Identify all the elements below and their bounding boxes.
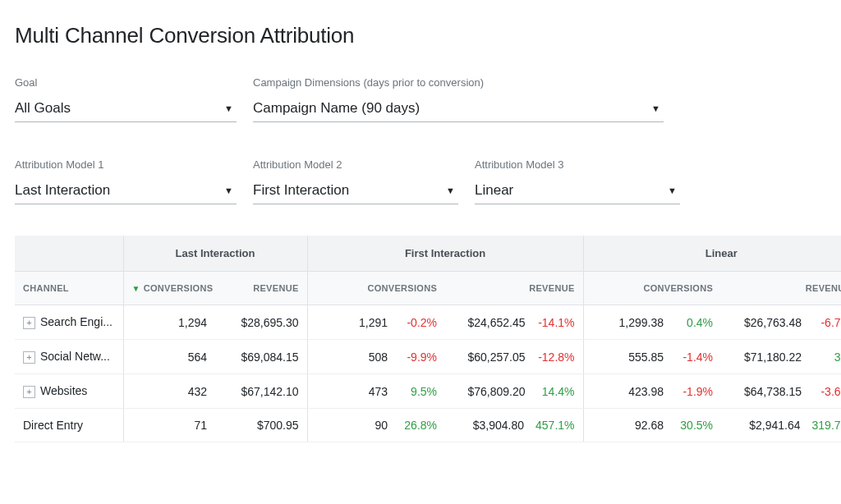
model1-select[interactable]: Last Interaction ▼ xyxy=(15,179,237,204)
model2-select[interactable]: First Interaction ▼ xyxy=(253,179,458,204)
group-header-m1: Last Interaction xyxy=(123,236,307,272)
metric-cell: $3,904.80457.1% xyxy=(445,409,583,442)
channel-cell: +Search Engi... xyxy=(15,305,123,340)
channel-cell: +Websites xyxy=(15,374,123,409)
chevron-down-icon: ▼ xyxy=(668,186,677,195)
metric-value: $64,738.15 xyxy=(744,385,802,398)
expand-icon[interactable]: + xyxy=(23,386,35,398)
metric-pct: 26.8% xyxy=(399,419,437,432)
col-m2-revenue[interactable]: Revenue xyxy=(445,272,583,305)
metric-cell: 564 xyxy=(123,340,215,374)
channel-name: Websites xyxy=(40,384,87,397)
metric-pct: 30.5% xyxy=(675,419,713,432)
channel-cell: +Social Netw... xyxy=(15,340,123,374)
metric-cell: 1,299.380.4% xyxy=(583,305,721,340)
channel-name: Social Netw... xyxy=(40,350,110,363)
metric-pct: -9.9% xyxy=(399,351,437,364)
table-row: +Social Netw...564$69,084.15508-9.9%$60,… xyxy=(15,340,841,374)
metric-value: $76,809.20 xyxy=(467,385,525,398)
chevron-down-icon: ▼ xyxy=(224,103,233,113)
metric-pct: 0.4% xyxy=(675,316,713,329)
metric-pct: 3% xyxy=(813,351,841,364)
metric-value: 473 xyxy=(369,385,388,398)
model2-value: First Interaction xyxy=(253,182,349,199)
metric-value: $3,904.80 xyxy=(473,419,524,432)
attribution-table: Last Interaction First Interaction Linea… xyxy=(15,236,841,442)
model3-label: Attribution Model 3 xyxy=(475,158,680,171)
expand-icon[interactable]: + xyxy=(23,317,35,329)
metric-cell: 92.6830.5% xyxy=(583,409,721,442)
metric-cell: 555.85-1.4% xyxy=(583,340,721,374)
metric-value: $2,941.64 xyxy=(749,419,800,432)
metric-cell: $76,809.2014.4% xyxy=(445,374,583,409)
chevron-down-icon: ▼ xyxy=(446,186,455,195)
metric-cell: $700.95 xyxy=(215,409,307,442)
metric-cell: $64,738.15-3.6% xyxy=(721,374,841,409)
goal-label: Goal xyxy=(15,76,237,89)
group-header-m3: Linear xyxy=(583,236,841,272)
metric-value: 508 xyxy=(369,351,388,364)
goal-select[interactable]: All Goals ▼ xyxy=(15,97,237,122)
channel-name: Direct Entry xyxy=(23,419,83,432)
metric-cell: 1,294 xyxy=(123,305,215,340)
channel-cell: Direct Entry xyxy=(15,409,123,442)
table-row: +Search Engi...1,294$28,695.301,291-0.2%… xyxy=(15,305,841,340)
metric-value: $71,180.22 xyxy=(744,351,802,364)
metric-pct: -3.6% xyxy=(813,385,841,398)
metric-value: $60,257.05 xyxy=(467,351,525,364)
col-m2-conversions[interactable]: Conversions xyxy=(307,272,445,305)
metric-cell: 1,291-0.2% xyxy=(307,305,445,340)
col-m3-conversions[interactable]: Conversions xyxy=(583,272,721,305)
metric-value: 423.98 xyxy=(628,385,664,398)
page-title: Multi Channel Conversion Attribution xyxy=(15,23,826,48)
chevron-down-icon: ▼ xyxy=(224,186,233,195)
model1-label: Attribution Model 1 xyxy=(15,158,237,171)
metric-pct: 457.1% xyxy=(535,419,574,432)
model1-value: Last Interaction xyxy=(15,182,110,199)
campaign-select[interactable]: Campaign Name (90 days) ▼ xyxy=(253,97,664,122)
channel-name: Search Engi... xyxy=(40,315,113,328)
metric-cell: $69,084.15 xyxy=(215,340,307,374)
col-m1-conversions[interactable]: ▼Conversions xyxy=(123,272,215,305)
metric-pct: -12.8% xyxy=(537,351,575,364)
campaign-value: Campaign Name (90 days) xyxy=(253,100,420,117)
group-header-blank xyxy=(15,236,123,272)
metric-pct: 9.5% xyxy=(399,385,437,398)
chevron-down-icon: ▼ xyxy=(651,103,660,113)
metric-cell: 508-9.9% xyxy=(307,340,445,374)
metric-value: $26,763.48 xyxy=(744,316,802,329)
expand-icon[interactable]: + xyxy=(23,351,35,364)
metric-pct: 319.7% xyxy=(812,419,841,432)
metric-pct: -14.1% xyxy=(537,316,575,329)
metric-pct: 14.4% xyxy=(537,385,575,398)
goal-value: All Goals xyxy=(15,100,71,117)
metric-cell: $2,941.64319.7% xyxy=(721,409,841,442)
model3-select[interactable]: Linear ▼ xyxy=(475,179,680,204)
metric-pct: -6.7% xyxy=(813,316,841,329)
model3-value: Linear xyxy=(475,182,513,199)
metric-cell: 9026.8% xyxy=(307,409,445,442)
campaign-label: Campaign Dimensions (days prior to conve… xyxy=(253,76,664,89)
metric-value: 555.85 xyxy=(628,351,664,364)
group-header-m2: First Interaction xyxy=(307,236,583,272)
table-row: Direct Entry71$700.959026.8%$3,904.80457… xyxy=(15,409,841,442)
metric-cell: $67,142.10 xyxy=(215,374,307,409)
metric-cell: $24,652.45-14.1% xyxy=(445,305,583,340)
metric-value: $24,652.45 xyxy=(467,316,525,329)
metric-cell: $60,257.05-12.8% xyxy=(445,340,583,374)
metric-pct: -1.9% xyxy=(675,385,713,398)
metric-cell: $28,695.30 xyxy=(215,305,307,340)
table-row: +Websites432$67,142.104739.5%$76,809.201… xyxy=(15,374,841,409)
metric-value: 92.68 xyxy=(635,419,664,432)
model2-label: Attribution Model 2 xyxy=(253,158,458,171)
metric-cell: 423.98-1.9% xyxy=(583,374,721,409)
col-channel[interactable]: Channel xyxy=(15,272,123,305)
metric-cell: $26,763.48-6.7% xyxy=(721,305,841,340)
metric-cell: 71 xyxy=(123,409,215,442)
metric-value: 90 xyxy=(375,419,388,432)
col-m1-revenue[interactable]: Revenue xyxy=(215,272,307,305)
metric-value: 1,291 xyxy=(359,316,388,329)
col-m3-revenue[interactable]: Revenue xyxy=(721,272,841,305)
sort-desc-icon: ▼ xyxy=(132,284,140,293)
metric-cell: 4739.5% xyxy=(307,374,445,409)
